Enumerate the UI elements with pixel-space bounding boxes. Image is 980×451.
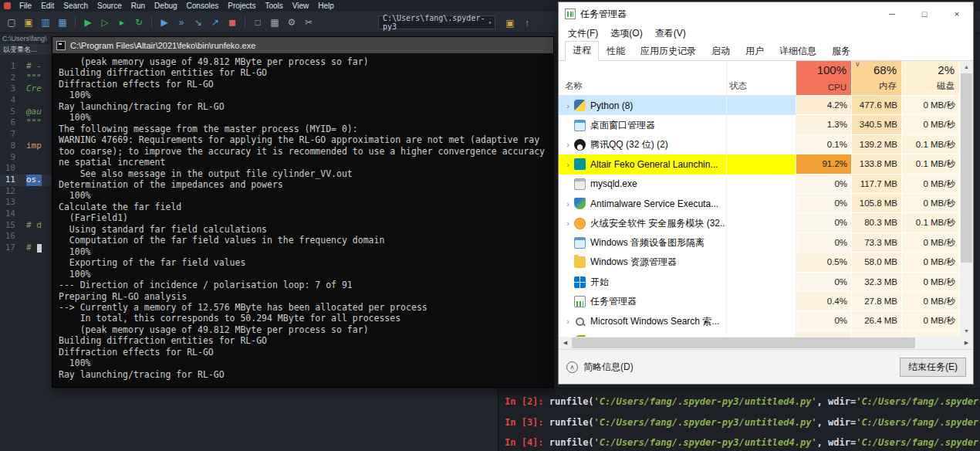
- code-text: """: [26, 73, 42, 84]
- column-header-disk[interactable]: 2% 磁盘: [902, 61, 960, 96]
- scroll-down-icon[interactable]: ▼: [960, 325, 973, 337]
- process-row[interactable]: ›NVIDIA Contai...2%24.4 MB0 MB/秒: [559, 331, 960, 337]
- column-header-cpu[interactable]: 100% CPU: [796, 61, 852, 96]
- new-file-icon[interactable]: ▢: [4, 15, 19, 30]
- tm-title-bar[interactable]: 任务管理器 ─ □ ×: [559, 2, 973, 25]
- scroll-left-icon[interactable]: ◀: [559, 337, 572, 349]
- tab-用户[interactable]: 用户: [738, 42, 772, 61]
- close-button[interactable]: ×: [941, 3, 973, 25]
- save-all-icon[interactable]: ▦: [55, 15, 70, 30]
- scroll-up-icon[interactable]: ▲: [960, 61, 973, 73]
- menu-view[interactable]: View: [288, 0, 314, 12]
- column-header-name[interactable]: 名称: [559, 61, 727, 96]
- process-name-cell[interactable]: 开始: [559, 273, 727, 292]
- menu-tools[interactable]: Tools: [260, 0, 287, 12]
- scroll-right-icon[interactable]: ▶: [960, 337, 973, 349]
- tm-menu-item[interactable]: 查看(V): [649, 27, 692, 40]
- menu-projects[interactable]: Projects: [223, 0, 260, 12]
- details-toggle[interactable]: ∧ 简略信息(D): [566, 361, 634, 374]
- process-name-cell[interactable]: ›火绒安全软件 安全服务模块 (32...: [559, 213, 727, 232]
- step-over-icon[interactable]: »: [174, 15, 189, 30]
- menu-source[interactable]: Source: [93, 0, 127, 12]
- process-name-cell[interactable]: mysqld.exe: [559, 175, 727, 194]
- expand-chevron-icon[interactable]: ›: [563, 317, 573, 326]
- menu-run[interactable]: Run: [127, 0, 150, 12]
- expand-chevron-icon[interactable]: ›: [563, 140, 573, 149]
- task-manager-window[interactable]: 任务管理器 ─ □ × 文件(F)选项(O)查看(V) 进程性能应用历史记录启动…: [558, 2, 974, 385]
- working-directory-combobox[interactable]: C:\Users\fang\.spyder-py3 ▾: [378, 15, 495, 29]
- column-header-memory[interactable]: ∨ 68% 内存: [852, 61, 902, 96]
- process-row[interactable]: ›Python (8)4.2%477.6 MB0 MB/秒: [559, 96, 960, 115]
- tab-性能[interactable]: 性能: [599, 42, 633, 61]
- process-name-cell[interactable]: 任务管理器: [559, 292, 727, 311]
- process-name-cell[interactable]: ›Antimalware Service Executa...: [559, 194, 727, 213]
- preferences-icon[interactable]: ⚙: [284, 15, 299, 30]
- process-name-cell[interactable]: ›Python (8): [559, 96, 727, 115]
- stop-icon[interactable]: ◼: [225, 15, 240, 30]
- process-row[interactable]: ›Altair Feko General Launchin...91.2%133…: [559, 154, 960, 174]
- vertical-scrollbar[interactable]: ▲ ▼: [960, 61, 973, 337]
- code-text: # d: [26, 220, 42, 232]
- step-into-icon[interactable]: ↘: [191, 15, 206, 30]
- process-row[interactable]: 开始0%32.3 MB0 MB/秒: [559, 273, 960, 292]
- menu-debug[interactable]: Debug: [150, 0, 181, 12]
- menu-edit[interactable]: Edit: [36, 0, 59, 12]
- step-out-icon[interactable]: ↗: [208, 15, 223, 30]
- runfeko-console-window[interactable]: C:\Program Files\Altair\2021\feko\bin\ru…: [52, 36, 554, 388]
- left-pane-tab[interactable]: 以变量名...: [0, 44, 51, 55]
- browse-directory-icon[interactable]: ▣: [502, 15, 518, 31]
- tab-进程[interactable]: 进程: [565, 41, 599, 61]
- process-row[interactable]: ›腾讯QQ (32 位) (2)0.1%139.2 MB0.1 MB/秒: [559, 135, 960, 154]
- process-row[interactable]: ›Antimalware Service Executa...0%105.8 M…: [559, 194, 960, 213]
- menu-search[interactable]: Search: [59, 0, 93, 12]
- process-name-cell[interactable]: ›NVIDIA Contai...: [559, 331, 727, 337]
- expand-chevron-icon[interactable]: ›: [563, 101, 573, 110]
- end-task-button[interactable]: 结束任务(E): [900, 358, 966, 377]
- maximize-pane-icon[interactable]: □: [250, 15, 265, 30]
- scissors-icon[interactable]: ✂: [301, 15, 316, 30]
- debug-icon[interactable]: ▶: [157, 15, 172, 30]
- process-name-cell[interactable]: Windows 资源管理器: [559, 253, 727, 272]
- parent-directory-icon[interactable]: ↑: [519, 15, 535, 31]
- process-row[interactable]: 任务管理器0.4%27.8 MB0 MB/秒: [559, 292, 960, 311]
- run-cell-icon[interactable]: ▷: [97, 15, 113, 30]
- tab-应用历史记录[interactable]: 应用历史记录: [633, 42, 704, 61]
- rerun-icon[interactable]: ↻: [131, 15, 147, 30]
- open-file-icon[interactable]: ▣: [21, 15, 36, 30]
- process-name-cell[interactable]: 桌面窗口管理器: [559, 115, 727, 134]
- horizontal-scrollbar[interactable]: ◀ ▶: [559, 337, 973, 349]
- column-header-status[interactable]: 状态: [727, 61, 796, 96]
- maximize-button[interactable]: □: [908, 3, 941, 25]
- ipython-console[interactable]: In [2]: runfile('C:/Users/fang/.spyder-p…: [498, 388, 980, 451]
- menu-consoles[interactable]: Consoles: [182, 0, 224, 12]
- tab-服务[interactable]: 服务: [824, 42, 858, 61]
- minimize-button[interactable]: ─: [876, 3, 908, 25]
- process-row[interactable]: ›Microsoft Windows Search 索...0%26.4 MB0…: [559, 311, 960, 331]
- menu-help[interactable]: Help: [313, 0, 339, 12]
- expand-chevron-icon[interactable]: ›: [563, 199, 573, 209]
- run-selection-icon[interactable]: ▸: [114, 15, 130, 30]
- process-row[interactable]: mysqld.exe0%117.7 MB0 MB/秒: [559, 175, 960, 194]
- console-title-bar[interactable]: C:\Program Files\Altair\2021\feko\bin\ru…: [52, 37, 553, 53]
- run-icon[interactable]: ▶: [80, 15, 96, 30]
- menu-file[interactable]: File: [15, 0, 36, 12]
- tm-menu-item[interactable]: 文件(F): [562, 27, 604, 40]
- process-name-cell[interactable]: ›Microsoft Windows Search 索...: [559, 311, 727, 331]
- process-status-cell: [727, 311, 796, 331]
- scrollbar-thumb[interactable]: [961, 73, 972, 263]
- save-icon[interactable]: ▥: [38, 15, 53, 30]
- expand-chevron-icon[interactable]: ›: [563, 160, 573, 169]
- process-row[interactable]: Windows 资源管理器0.5%58.0 MB0 MB/秒: [559, 253, 960, 272]
- process-row[interactable]: ›火绒安全软件 安全服务模块 (32...0%80.3 MB0.1 MB/秒: [559, 213, 960, 232]
- process-row[interactable]: 桌面窗口管理器1.3%340.5 MB0 MB/秒: [559, 115, 960, 134]
- tab-详细信息[interactable]: 详细信息: [772, 42, 824, 61]
- expand-chevron-icon[interactable]: ›: [563, 219, 573, 228]
- tm-menu-item[interactable]: 选项(O): [604, 27, 648, 40]
- tab-启动[interactable]: 启动: [704, 42, 738, 61]
- process-row[interactable]: Windows 音频设备图形隔离0%73.3 MB0 MB/秒: [559, 233, 960, 253]
- process-name-cell[interactable]: ›Altair Feko General Launchin...: [559, 154, 727, 174]
- layout-icon[interactable]: ▦: [267, 15, 282, 30]
- scrollbar-thumb[interactable]: [572, 337, 915, 348]
- process-name-cell[interactable]: Windows 音频设备图形隔离: [559, 233, 727, 253]
- process-name-cell[interactable]: ›腾讯QQ (32 位) (2): [559, 135, 727, 154]
